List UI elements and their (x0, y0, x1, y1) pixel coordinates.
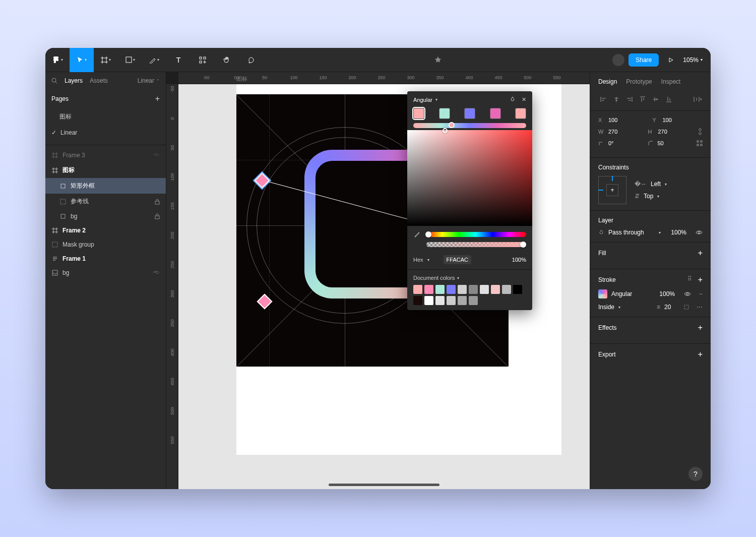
document-color-swatch[interactable] (502, 285, 511, 294)
radius-input[interactable]: 50 (658, 140, 693, 146)
document-color-swatch[interactable] (435, 296, 445, 305)
layer-item[interactable]: Frame 1 (45, 252, 166, 266)
present-button[interactable] (663, 48, 679, 72)
search-icon[interactable] (51, 78, 57, 84)
hand-tool-button[interactable] (215, 48, 239, 72)
stroke-advanced-button[interactable]: ⋯ (697, 304, 703, 311)
comment-tool-button[interactable] (239, 48, 263, 72)
help-button[interactable]: ? (688, 467, 703, 481)
blend-mode-icon[interactable] (510, 96, 516, 103)
layer-item[interactable]: Mask group (45, 237, 166, 252)
document-color-swatch[interactable] (435, 285, 445, 294)
layer-item[interactable]: bg (45, 266, 166, 280)
add-stroke-button[interactable]: + (698, 275, 703, 284)
gradient-stop-swatch[interactable] (413, 108, 424, 119)
document-color-swatch[interactable] (480, 285, 489, 294)
add-fill-button[interactable]: + (698, 249, 703, 258)
rotation-input[interactable]: 0° (608, 140, 644, 146)
add-page-button[interactable]: + (155, 94, 160, 103)
layers-tab[interactable]: Layers (65, 77, 83, 84)
text-tool-button[interactable]: T (166, 48, 191, 72)
align-top-button[interactable] (638, 94, 648, 104)
constraint-h-dropdown[interactable]: Left (651, 181, 661, 188)
alpha-slider-handle[interactable] (520, 242, 526, 248)
h-input[interactable]: 270 (658, 129, 694, 135)
x-input[interactable]: 100 (608, 117, 649, 123)
align-center-h-button[interactable] (611, 94, 621, 104)
gradient-stop-swatch[interactable] (515, 108, 526, 119)
layer-opacity-input[interactable]: 100% (671, 229, 686, 236)
document-color-swatch[interactable] (447, 285, 456, 294)
document-color-swatch[interactable] (424, 296, 433, 305)
remove-stroke-button[interactable]: − (699, 290, 703, 297)
document-color-swatch[interactable] (458, 285, 467, 294)
add-export-button[interactable]: + (698, 350, 703, 359)
distribute-button[interactable]: ▾ (692, 94, 703, 104)
hue-slider-handle[interactable] (425, 231, 431, 237)
canvas-area[interactable]: -50050100150200250300350400450500550 -50… (166, 72, 590, 489)
page-filter-dropdown[interactable]: Linear ⌃ (138, 77, 160, 84)
stroke-visibility-toggle[interactable] (684, 291, 691, 296)
document-color-swatch[interactable] (413, 285, 422, 294)
user-avatar[interactable] (612, 54, 624, 66)
document-color-swatch[interactable] (469, 285, 478, 294)
add-effect-button[interactable]: + (698, 323, 703, 332)
layer-item[interactable]: 矩形外框 (45, 178, 166, 194)
constraint-v-dropdown[interactable]: Top (644, 193, 653, 200)
gradient-type-dropdown[interactable]: Angular (413, 97, 432, 103)
document-color-swatch[interactable] (447, 296, 456, 305)
move-tool-button[interactable]: ▾ (70, 48, 94, 72)
design-tab[interactable]: Design (598, 78, 617, 85)
alpha-slider[interactable] (426, 242, 526, 247)
prototype-tab[interactable]: Prototype (626, 78, 652, 85)
document-color-swatch[interactable] (513, 285, 522, 294)
lock-icon[interactable] (155, 199, 160, 205)
sv-cursor[interactable] (443, 128, 448, 133)
document-colors-dropdown[interactable]: Document colors ▾ (413, 275, 526, 281)
share-button[interactable]: Share (628, 53, 659, 67)
inspect-tab[interactable]: Inspect (661, 78, 681, 85)
color-format-dropdown[interactable]: Hex (413, 257, 423, 263)
stroke-width-input[interactable]: 20 (664, 304, 679, 311)
gradient-preview-bar[interactable] (413, 123, 526, 128)
main-menu-button[interactable]: ▾ (45, 48, 70, 72)
gradient-stop-swatch[interactable] (490, 108, 501, 119)
resources-button[interactable] (191, 48, 215, 72)
align-left-button[interactable] (598, 94, 608, 104)
frame-tool-button[interactable]: ▾ (94, 48, 118, 72)
layer-item[interactable]: Frame 2 (45, 223, 166, 237)
saturation-value-picker[interactable] (407, 130, 532, 226)
stroke-style-button[interactable]: ⠿ (687, 275, 692, 284)
zoom-dropdown[interactable]: 105% ▾ (683, 56, 703, 64)
align-bottom-button[interactable] (664, 94, 674, 104)
visibility-toggle[interactable] (696, 230, 703, 235)
layer-item[interactable]: Frame 3 (45, 148, 166, 162)
shape-tool-button[interactable]: ▾ (118, 48, 142, 72)
w-input[interactable]: 270 (608, 129, 644, 135)
document-color-swatch[interactable] (458, 296, 467, 305)
opacity-input[interactable]: 100% (512, 257, 526, 263)
align-right-button[interactable] (624, 94, 635, 104)
stroke-color-swatch[interactable] (598, 289, 607, 299)
align-center-v-button[interactable] (651, 94, 661, 104)
stroke-sides-button[interactable] (683, 304, 689, 310)
constrain-proportions-button[interactable] (698, 128, 703, 135)
y-input[interactable]: 100 (663, 117, 703, 123)
eyedropper-button[interactable] (413, 231, 420, 238)
independent-corners-button[interactable] (697, 140, 703, 146)
constraints-widget[interactable]: + (598, 176, 626, 204)
gradient-stop-cursor[interactable] (449, 122, 455, 128)
lock-icon[interactable] (155, 213, 160, 219)
layer-item[interactable]: bg (45, 209, 166, 223)
horizontal-scrollbar[interactable] (329, 484, 439, 486)
frame-label[interactable]: 图标 (236, 75, 247, 83)
hidden-icon[interactable] (153, 270, 160, 275)
gradient-handle[interactable] (257, 293, 272, 309)
assets-tab[interactable]: Assets (90, 77, 108, 84)
layer-item[interactable]: 图标 (45, 162, 166, 178)
document-color-swatch[interactable] (424, 285, 433, 294)
gradient-stop-swatch[interactable] (464, 108, 475, 119)
file-name[interactable] (263, 56, 612, 64)
blend-mode-dropdown[interactable]: Pass through (608, 229, 655, 236)
document-color-swatch[interactable] (491, 285, 500, 294)
